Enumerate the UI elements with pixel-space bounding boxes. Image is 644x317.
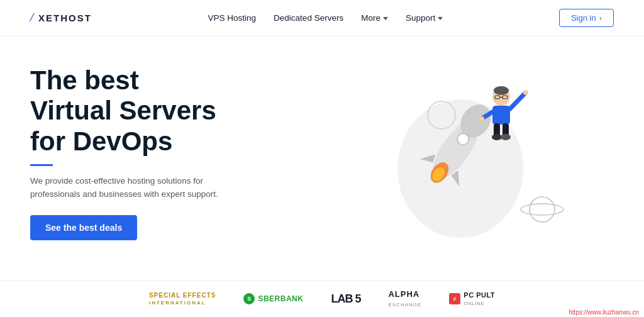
- cta-button[interactable]: See the best deals: [30, 215, 137, 240]
- hero-underline-decoration: [30, 164, 53, 166]
- sberbank-icon: S: [243, 293, 255, 304]
- hero-section: The best Virtual Servers for DevOps We p…: [0, 36, 644, 250]
- brand-alpha: ALPHAEXCHANGE: [388, 289, 421, 308]
- more-chevron-icon: [383, 17, 388, 20]
- signin-button[interactable]: Sign in ›: [559, 9, 614, 27]
- hero-content: The best Virtual Servers for DevOps We p…: [30, 59, 294, 240]
- brand-special-effects: Special EffectsInternational: [149, 292, 216, 306]
- svg-point-23: [492, 134, 502, 140]
- hero-title: The best Virtual Servers for DevOps: [30, 65, 294, 157]
- hero-subtitle: We provide cost-effective hosting soluti…: [30, 175, 238, 201]
- svg-point-20: [479, 116, 484, 121]
- rocket-illustration: [316, 65, 592, 250]
- watermark: https://www.liuzhanwu.cn: [569, 309, 639, 316]
- logo-text: XETHOST: [38, 13, 92, 23]
- svg-point-19: [523, 90, 528, 95]
- svg-line-17: [510, 93, 525, 109]
- nav-vps[interactable]: VPS Hosting: [208, 13, 257, 23]
- nav-dedicated[interactable]: Dedicated Servers: [274, 13, 343, 23]
- svg-rect-11: [492, 106, 510, 125]
- svg-point-13: [494, 86, 509, 95]
- svg-point-3: [521, 204, 564, 215]
- pcpult-icon: ⚡: [449, 293, 460, 304]
- main-nav: VPS Hosting Dedicated Servers More Suppo…: [208, 13, 443, 23]
- logo: / XETHOST: [30, 11, 92, 25]
- logo-slash-icon: /: [28, 11, 36, 25]
- header: / XETHOST VPS Hosting Dedicated Servers …: [0, 0, 644, 36]
- brands-bar: Special EffectsInternational S Sberbank …: [0, 280, 644, 317]
- hero-illustration: [294, 49, 614, 250]
- brand-pcpult: ⚡ PC PULTonline: [449, 291, 495, 306]
- nav-support[interactable]: Support: [406, 13, 443, 23]
- arrow-right-icon: ›: [599, 13, 602, 23]
- support-chevron-icon: [438, 17, 443, 20]
- svg-point-2: [530, 197, 555, 222]
- brand-sberbank: S Sberbank: [243, 293, 303, 304]
- nav-more[interactable]: More: [361, 13, 388, 23]
- brand-lab5: LAB 5: [331, 292, 360, 306]
- svg-point-24: [501, 134, 511, 140]
